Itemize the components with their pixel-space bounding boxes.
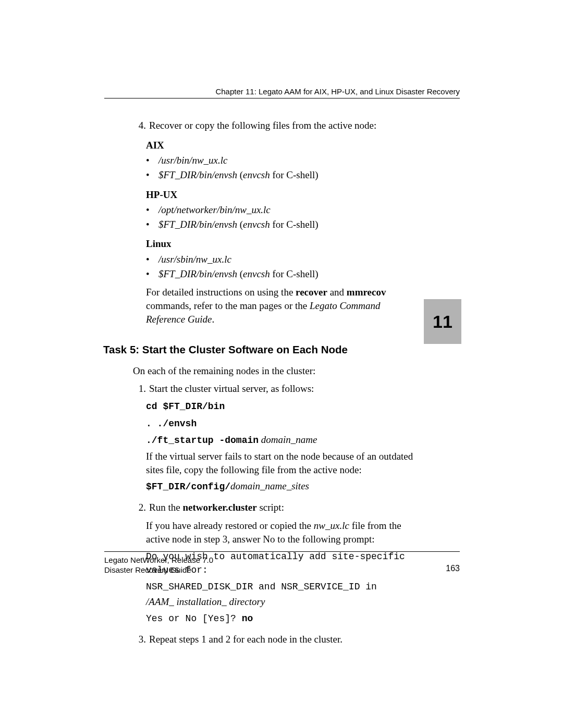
task5-step-2: 2. Run the networker.cluster script:	[132, 501, 416, 514]
bullet-item: • $FT_DIR/bin/envsh (envcsh for C-shell)	[146, 218, 416, 231]
bullet-marker: •	[146, 267, 158, 281]
bullet-marker: •	[146, 168, 158, 182]
command: cd $FT_DIR/bin	[146, 401, 225, 412]
bullet-item: • /opt/networker/bin/nw_ux.lc	[146, 203, 416, 217]
task5-step-1: 1. Start the cluster virtual server, as …	[132, 382, 416, 396]
page: Chapter 11: Legato AAM for AIX, HP-UX, a…	[0, 0, 563, 728]
footer-rule	[104, 551, 460, 552]
footer-guide: Disaster Recovery Guide	[104, 565, 213, 575]
step-text: Start the cluster virtual server, as fol…	[149, 382, 314, 396]
bullet-marker: •	[146, 218, 158, 231]
step-text: Recover or copy the following files from…	[149, 119, 376, 132]
config-path: $FT_DIR/config/domain_name_sites	[146, 479, 416, 493]
footer-product: Legato NetWorker, Release 7.0	[104, 556, 213, 565]
restored-note: If you have already restored or copied t…	[146, 519, 416, 546]
path-text: /opt/networker/bin/nw_ux.lc	[158, 204, 271, 215]
chapter-tab: 11	[424, 299, 461, 344]
path-text: $FT_DIR/bin/envsh (envcsh for C-shell)	[158, 218, 319, 231]
task-5-intro: On each of the remaining nodes in the cl…	[133, 364, 416, 378]
bullet-item: • /usr/sbin/nw_ux.lc	[146, 253, 416, 266]
path-text: $FT_DIR/bin/envsh (envcsh for C-shell)	[158, 168, 319, 182]
step-number: 2.	[132, 501, 149, 514]
step-4: 4. Recover or copy the following files f…	[132, 119, 416, 132]
bullet-marker: •	[146, 154, 158, 167]
path-text: /usr/bin/nw_ux.lc	[158, 155, 227, 166]
step-number: 4.	[132, 119, 149, 132]
chapter-header: Chapter 11: Legato AAM for AIX, HP-UX, a…	[215, 87, 460, 96]
step-number: 1.	[132, 382, 149, 396]
path-text: /usr/sbin/nw_ux.lc	[158, 254, 231, 265]
os-label-hpux: HP-UX	[146, 188, 416, 202]
prompt-line: /AAM_ installation_ directory	[146, 596, 265, 607]
command: ./ft_startup -domain domain_name	[146, 433, 416, 447]
task5-step-3: 3. Repeat steps 1 and 2 for each node in…	[132, 633, 416, 646]
task-5-heading: Task 5: Start the Cluster Software on Ea…	[103, 342, 416, 357]
bullet-marker: •	[146, 203, 158, 217]
bullet-item: • $FT_DIR/bin/envsh (envcsh for C-shell)	[146, 168, 416, 182]
command: . ./envsh	[146, 418, 197, 429]
reference-paragraph: For detailed instructions on using the r…	[146, 286, 416, 326]
os-label-linux: Linux	[146, 237, 416, 251]
os-label-aix: AIX	[146, 139, 416, 152]
path-text: $FT_DIR/bin/envsh (envcsh for C-shell)	[158, 267, 319, 281]
chapter-tab-number: 11	[433, 312, 452, 332]
bullet-marker: •	[146, 253, 158, 266]
prompt-line: NSR_SHARED_DISK_DIR and NSR_SERVICE_ID i…	[146, 582, 377, 592]
prompt-answer: Yes or No [Yes]? no	[146, 611, 416, 625]
step-text: Run the networker.cluster script:	[149, 501, 284, 514]
step-number: 3.	[132, 633, 149, 646]
footer-left: Legato NetWorker, Release 7.0 Disaster R…	[104, 556, 213, 575]
bullet-item: • /usr/bin/nw_ux.lc	[146, 154, 416, 167]
page-number: 163	[446, 564, 460, 573]
bullet-item: • $FT_DIR/bin/envsh (envcsh for C-shell)	[146, 267, 416, 281]
header-rule	[104, 98, 460, 98]
step-text: Repeat steps 1 and 2 for each node in th…	[149, 633, 342, 646]
fail-note: If the virtual server fails to start on …	[146, 450, 416, 476]
